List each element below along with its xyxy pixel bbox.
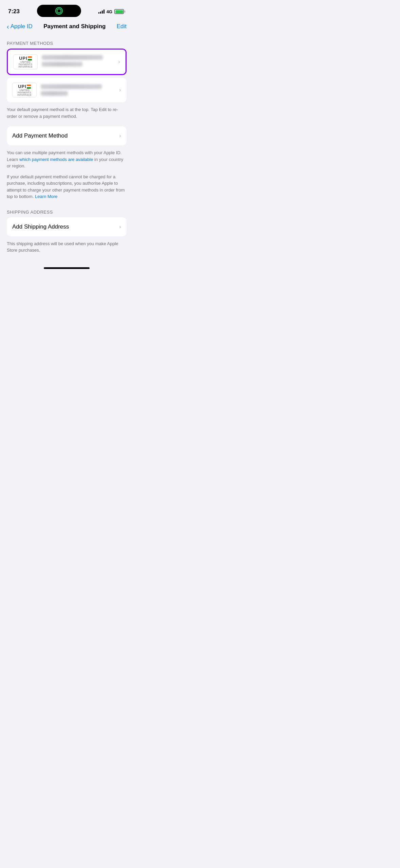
navigation-bar: ‹ Apple ID Payment and Shipping Edit: [0, 20, 133, 34]
battery-body: [114, 9, 124, 14]
payment-blurred-line-4: [41, 91, 68, 96]
add-payment-method-button[interactable]: Add Payment Method ›: [7, 126, 127, 145]
battery-tip: [125, 11, 125, 13]
payment-blurred-line-2: [42, 62, 82, 67]
learn-more-link[interactable]: Learn More: [35, 194, 57, 199]
payment-blurred-line-3: [41, 84, 102, 89]
shipping-info-text: This shipping address will be used when …: [0, 236, 133, 254]
add-payment-label: Add Payment Method: [12, 132, 68, 139]
upi-logo-1: UPI UNIFIED PAYMENTS INTERFACE: [13, 54, 38, 69]
chevron-right-icon-2: ›: [119, 87, 121, 93]
back-label: Apple ID: [11, 23, 33, 30]
chevron-right-icon-shipping: ›: [119, 223, 121, 230]
payment-link[interactable]: which payment methods are available: [19, 157, 93, 162]
status-time: 7:23: [8, 8, 20, 15]
payment-item-1[interactable]: UPI UNIFIED PAYMENTS INTERFACE ›: [8, 50, 126, 74]
add-shipping-label: Add Shipping Address: [12, 223, 69, 230]
dynamic-island: [37, 5, 81, 17]
payment-info-text: Your default payment method is at the to…: [0, 102, 133, 120]
network-label: 4G: [107, 9, 112, 14]
chevron-left-icon: ‹: [7, 23, 9, 30]
status-right-icons: 4G: [98, 9, 125, 14]
payment-details-2: [37, 84, 119, 96]
battery-fill: [115, 10, 123, 13]
upi-logo-2: UPI UNIFIED PAYMENTS INTERFACE: [12, 83, 37, 97]
shipping-section-label: SHIPPING ADDRESS: [0, 210, 133, 217]
chevron-right-icon-1: ›: [118, 58, 120, 65]
signal-bar-3: [102, 11, 103, 14]
payment-blurred-line-1: [42, 55, 103, 60]
payment-details-1: [38, 55, 118, 69]
payment-description-2: If your default payment method cannot be…: [0, 169, 133, 200]
dynamic-island-icon: [55, 7, 63, 15]
chevron-right-icon-add-payment: ›: [119, 132, 121, 139]
add-shipping-address-button[interactable]: Add Shipping Address ›: [7, 217, 127, 236]
payment-method-card-2: UPI UNIFIED PAYMENTS INTERFACE ›: [7, 78, 127, 102]
payment-description-1: You can use multiple payment methods wit…: [0, 145, 133, 169]
back-button[interactable]: ‹ Apple ID: [7, 23, 33, 30]
signal-bar-2: [100, 12, 101, 14]
signal-bars: [98, 10, 104, 14]
signal-bar-4: [103, 10, 104, 14]
payment-methods-section-label: PAYMENT METHODS: [0, 41, 133, 49]
home-indicator: [44, 267, 90, 269]
add-shipping-card: Add Shipping Address ›: [7, 217, 127, 236]
add-payment-card: Add Payment Method ›: [7, 126, 127, 145]
payment-item-2[interactable]: UPI UNIFIED PAYMENTS INTERFACE ›: [7, 78, 127, 102]
signal-bar-1: [98, 12, 99, 14]
payment-method-card-highlighted: UPI UNIFIED PAYMENTS INTERFACE ›: [7, 49, 127, 75]
page-title: Payment and Shipping: [33, 23, 117, 30]
edit-button[interactable]: Edit: [117, 23, 127, 30]
status-bar: 7:23 4G: [0, 0, 133, 20]
payment-desc-text-3: If your default payment method cannot be…: [7, 174, 125, 199]
battery-indicator: [114, 9, 125, 14]
